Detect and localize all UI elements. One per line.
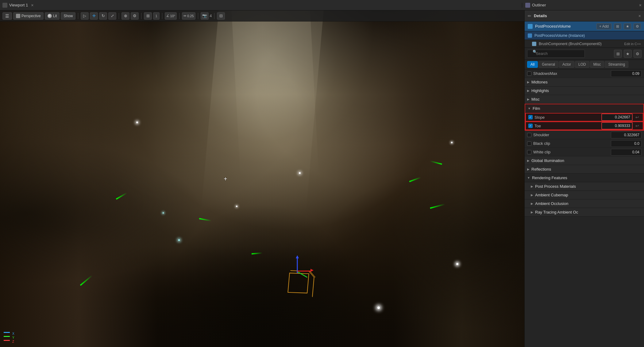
ppv-bar: PostProcessVolume + Add ⊞ ★ ⚙ (525, 21, 644, 31)
grid-btn[interactable]: ⊞ (144, 12, 152, 20)
perspective-btn[interactable]: Perspective (13, 12, 44, 20)
edit-cpp-label[interactable]: Edit in C++ (624, 42, 641, 46)
light-orb-cyan (178, 239, 180, 241)
show-label: Show (64, 14, 73, 18)
world-space-btn[interactable]: ⊕ (121, 12, 129, 20)
view-options-btn[interactable]: ⊟ (217, 12, 225, 20)
tab-general[interactable]: General (538, 61, 558, 68)
snap-btn[interactable]: ⚙ (131, 12, 139, 20)
tab-all[interactable]: All (527, 61, 538, 68)
search-star-btn[interactable]: ★ (624, 50, 632, 58)
tab-actor[interactable]: Actor (559, 61, 574, 68)
instance-icon (528, 33, 532, 38)
grid-size-display[interactable]: 1 (153, 12, 159, 20)
axis-indicator: X Y Z (4, 332, 14, 343)
outliner-close-btn[interactable]: × (639, 3, 642, 8)
rendering-features-toggle: ▼ (527, 176, 530, 179)
ac-toggle: ▶ (531, 193, 533, 197)
shadows-max-row: ShadowsMax 0.09 (525, 69, 644, 78)
crosshair: + (224, 175, 227, 182)
film-section-header[interactable]: ▼ Film (525, 104, 643, 113)
instance-row[interactable]: PostProcessVolume (Instance) (525, 31, 644, 40)
brush-row[interactable]: BrushComponent (BrushComponent0) Edit in… (525, 40, 644, 48)
camera-icon[interactable]: 📷 (201, 12, 209, 20)
highlights-title: Highlights (531, 88, 549, 93)
category-tabs: All General Actor LOD Misc Streaming (525, 60, 644, 69)
rotate-tool-btn[interactable]: ↻ (99, 12, 107, 20)
slope-checkbox[interactable] (528, 115, 533, 119)
ray-tracing-header[interactable]: ▶ Ray Tracing Ambient Oc (525, 208, 644, 217)
midtones-section-header[interactable]: ▶ Midtones (525, 78, 644, 87)
search-icon: 🔍 (533, 50, 537, 54)
white-clip-checkbox[interactable] (527, 150, 531, 154)
camera-angle-value: 10° (170, 14, 175, 18)
move-tool-btn[interactable]: ✛ (90, 12, 98, 20)
tab-misc[interactable]: Misc (590, 61, 604, 68)
viewport-icon (2, 3, 7, 8)
shadows-max-label: ShadowsMax (533, 71, 609, 76)
midtones-title: Midtones (531, 80, 548, 84)
ppv-layout-btn[interactable]: ⊞ (614, 23, 621, 29)
details-close-btn[interactable]: × (638, 13, 641, 18)
brush-label: BrushComponent (BrushComponent0) (539, 42, 622, 46)
tab-streaming[interactable]: Streaming (605, 61, 628, 68)
ppm-title: Post Process Materials (535, 184, 576, 189)
film-title: Film (533, 106, 540, 111)
shoulder-checkbox[interactable] (527, 133, 531, 137)
search-bar-container: 🔍 ⊞ ★ ⚙ (525, 48, 644, 60)
viewport-close-btn[interactable]: × (31, 3, 33, 8)
scale-tool-btn[interactable]: ⤢ (108, 12, 116, 20)
god-rays-2 (232, 10, 319, 179)
search-settings-btn[interactable]: ⚙ (634, 50, 642, 58)
toe-reset-btn[interactable]: ↩ (634, 123, 640, 129)
light-orb-cyan-2 (163, 212, 164, 214)
rendering-features-header[interactable]: ▼ Rendering Features (525, 174, 644, 182)
reflections-header[interactable]: ▶ Reflections (525, 165, 644, 174)
misc-title: Misc (531, 97, 540, 102)
ambient-cubemap-header[interactable]: ▶ Ambient Cubemap (525, 191, 644, 199)
black-clip-value[interactable]: 0.0 (611, 140, 642, 147)
ao-title: Ambient Occlusion (535, 201, 568, 206)
hamburger-btn[interactable]: ☰ (2, 12, 12, 20)
ppv-settings-btn[interactable]: ⚙ (634, 23, 641, 29)
shadows-max-value[interactable]: 0.09 (611, 70, 642, 77)
light-orb-5 (456, 263, 458, 265)
slope-value-input[interactable]: 0.242667 (602, 114, 632, 121)
white-clip-value[interactable]: 0.04 (611, 149, 642, 156)
ppv-add-btn[interactable]: + Add (596, 23, 611, 29)
show-btn[interactable]: Show (61, 12, 75, 20)
global-illumination-header[interactable]: ▶ Global Illumination (525, 156, 644, 165)
slope-reset-btn[interactable]: ↩ (634, 114, 640, 120)
highlights-toggle-icon: ▶ (527, 89, 530, 92)
shadows-max-checkbox[interactable] (527, 71, 531, 76)
black-clip-label: Black clip (533, 141, 609, 146)
shoulder-value[interactable]: 0.322667 (611, 132, 642, 138)
tab-lod[interactable]: LOD (575, 61, 589, 68)
details-title: Details (534, 13, 636, 18)
toolbar-sep-7 (214, 13, 214, 19)
rt-title: Ray Tracing Ambient Oc (535, 210, 578, 214)
misc-section-header[interactable]: ▶ Misc (525, 95, 644, 104)
select-tool-btn[interactable]: ▷ (81, 12, 89, 20)
lit-label: Lit (53, 14, 57, 18)
camera-angle-btn[interactable]: ∠ 10° (165, 12, 177, 20)
rendering-features-title: Rendering Features (532, 175, 567, 180)
ambient-occlusion-header[interactable]: ▶ Ambient Occlusion (525, 199, 644, 208)
global-illumination-toggle: ▶ (527, 159, 530, 162)
rt-toggle: ▶ (531, 210, 533, 214)
viewport-panel[interactable]: ☰ Perspective Lit Show ▷ ✛ ↻ ⤢ ⊕ ⚙ (0, 10, 524, 347)
black-clip-checkbox[interactable] (527, 141, 531, 146)
post-process-materials-header[interactable]: ▶ Post Process Materials (525, 182, 644, 191)
ac-title: Ambient Cubemap (535, 193, 568, 197)
search-layout-btn[interactable]: ⊞ (614, 50, 622, 58)
toolbar-sep-3 (141, 13, 141, 19)
highlights-section-header[interactable]: ▶ Highlights (525, 87, 644, 95)
camera-scale-btn[interactable]: ⇔ 0.25 (182, 12, 195, 20)
white-clip-row: White clip 0.04 (525, 148, 644, 156)
layers-value: 4 (210, 14, 212, 18)
toe-value-input[interactable]: 0.909333 (602, 122, 632, 129)
lit-btn[interactable]: Lit (45, 12, 60, 20)
ppv-star-btn[interactable]: ★ (624, 23, 631, 29)
toe-checkbox[interactable] (528, 124, 533, 128)
ao-toggle: ▶ (531, 202, 533, 205)
